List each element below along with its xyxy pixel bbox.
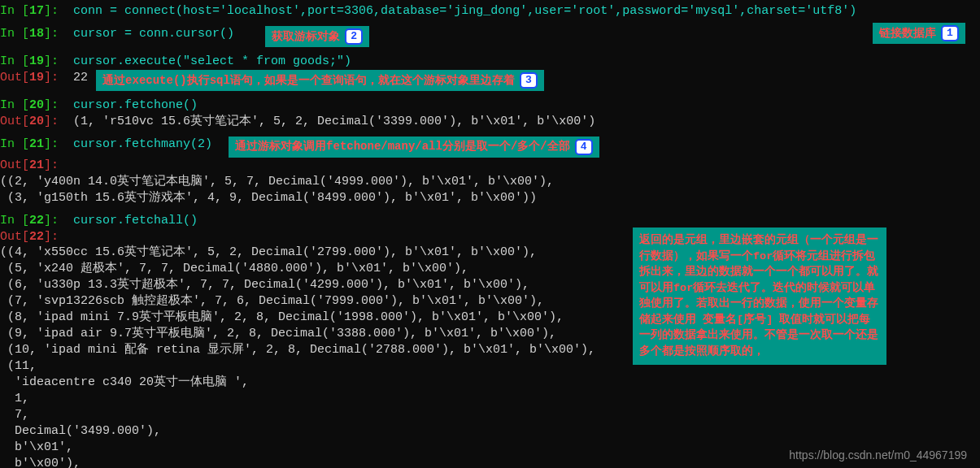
cell-in-21: In [21]: cursor.fetchmany(2) 通过游标对象调用fet… <box>0 136 980 158</box>
cell-out-19: Out[19]: 22 通过execute()执行sql语句，如果是一个查询语句… <box>0 70 980 91</box>
callout-badge-1: 1 <box>941 25 959 41</box>
callout-connect-db: 链接数据库 1 <box>873 23 965 44</box>
code-in-22[interactable]: cursor.fetchall() <box>73 213 198 229</box>
callout-badge-2: 2 <box>345 28 363 45</box>
cell-out-21-label: Out[21]: <box>0 158 980 174</box>
cell-in-22: In [22]: cursor.fetchall() <box>0 213 980 229</box>
cell-in-19: In [19]: cursor.execute("select * from g… <box>0 54 980 70</box>
callout-badge-4: 4 <box>575 139 593 155</box>
code-in-21[interactable]: cursor.fetchmany(2) <box>73 136 212 153</box>
output-22-10: 7, <box>0 407 980 423</box>
output-21-1: (3, 'g150th 15.6英寸游戏本', 4, 9, Decimal('8… <box>0 190 980 206</box>
output-22-9: 1, <box>0 391 980 407</box>
callout-cursor-object: 获取游标对象 2 <box>265 26 369 47</box>
output-20: (1, 'r510vc 15.6英寸笔记本', 5, 2, Decimal('3… <box>73 114 595 130</box>
output-22-8: 'ideacentre c340 20英寸一体电脑 ', <box>0 375 980 391</box>
callout-fetch: 通过游标对象调用fetchone/many/all分别是取一个/多个/全部 4 <box>229 136 599 158</box>
code-in-17[interactable]: conn = connect(host='localhost',port=330… <box>73 3 856 20</box>
output-19: 22 <box>73 70 88 86</box>
watermark: https://blog.csdn.net/m0_44967199 <box>789 448 967 463</box>
code-in-18[interactable]: cursor = conn.cursor() <box>73 26 234 42</box>
callout-badge-3: 3 <box>520 72 538 89</box>
code-in-20[interactable]: cursor.fetchone() <box>73 98 198 114</box>
cell-out-20: Out[20]: (1, 'r510vc 15.6英寸笔记本', 5, 2, D… <box>0 114 980 130</box>
cell-in-18: In [18]: cursor = conn.cursor() 获取游标对象 2 <box>0 26 980 47</box>
output-22-11: Decimal('3499.000'), <box>0 423 980 440</box>
callout-execute: 通过execute()执行sql语句，如果是一个查询语句，就在这个游标对象里边存… <box>96 70 544 91</box>
callout-return-tuple: 返回的是元组，里边嵌套的元组（一个元组是一行数据），如果写一个for循环将元组进… <box>633 228 886 365</box>
output-21-0: ((2, 'y400n 14.0英寸笔记本电脑', 5, 7, Decimal(… <box>0 174 980 190</box>
cell-in-17: In [17]: conn = connect(host='localhost'… <box>0 3 980 20</box>
code-in-19[interactable]: cursor.execute("select * from goods;") <box>73 54 351 70</box>
cell-in-20: In [20]: cursor.fetchone() <box>0 98 980 114</box>
